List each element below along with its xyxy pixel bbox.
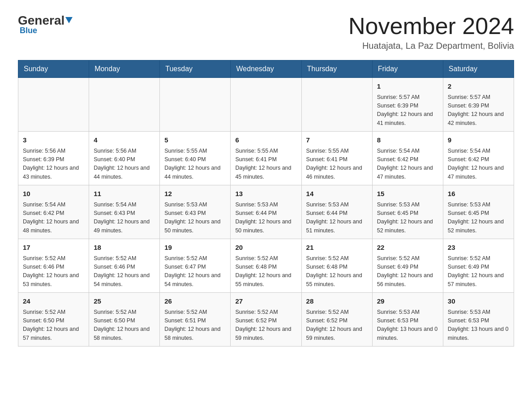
day-number: 12 [164, 189, 226, 199]
day-number: 1 [377, 81, 438, 92]
calendar-cell [231, 78, 301, 132]
calendar-header-monday: Monday [89, 60, 160, 78]
calendar-cell [301, 78, 372, 132]
day-info: Sunrise: 5:52 AM Sunset: 6:46 PM Dayligh… [23, 254, 84, 289]
calendar-cell: 19Sunrise: 5:52 AM Sunset: 6:47 PM Dayli… [160, 239, 231, 293]
calendar-cell: 10Sunrise: 5:54 AM Sunset: 6:42 PM Dayli… [18, 185, 89, 239]
calendar-cell: 1Sunrise: 5:57 AM Sunset: 6:39 PM Daylig… [372, 78, 443, 132]
day-number: 27 [235, 296, 296, 307]
calendar-header-friday: Friday [372, 60, 443, 78]
calendar-cell: 22Sunrise: 5:52 AM Sunset: 6:49 PM Dayli… [372, 239, 443, 293]
day-number: 7 [306, 135, 368, 146]
calendar-table: SundayMondayTuesdayWednesdayThursdayFrid… [18, 60, 514, 347]
day-info: Sunrise: 5:55 AM Sunset: 6:40 PM Dayligh… [164, 147, 226, 182]
calendar-cell: 27Sunrise: 5:52 AM Sunset: 6:52 PM Dayli… [231, 293, 301, 347]
calendar-cell: 20Sunrise: 5:52 AM Sunset: 6:48 PM Dayli… [231, 239, 301, 293]
day-info: Sunrise: 5:56 AM Sunset: 6:39 PM Dayligh… [23, 147, 84, 182]
day-info: Sunrise: 5:52 AM Sunset: 6:49 PM Dayligh… [377, 254, 438, 289]
calendar-cell: 23Sunrise: 5:52 AM Sunset: 6:49 PM Dayli… [443, 239, 514, 293]
day-number: 9 [448, 135, 509, 146]
day-info: Sunrise: 5:52 AM Sunset: 6:51 PM Dayligh… [164, 308, 226, 343]
calendar-cell: 28Sunrise: 5:52 AM Sunset: 6:52 PM Dayli… [301, 293, 372, 347]
calendar-cell: 17Sunrise: 5:52 AM Sunset: 6:46 PM Dayli… [18, 239, 89, 293]
day-number: 21 [306, 243, 368, 253]
day-number: 23 [448, 243, 509, 253]
calendar-cell [18, 78, 89, 132]
calendar-header-saturday: Saturday [443, 60, 514, 78]
day-number: 28 [306, 296, 368, 307]
day-number: 25 [94, 296, 155, 307]
calendar-week-row: 1Sunrise: 5:57 AM Sunset: 6:39 PM Daylig… [18, 78, 514, 132]
calendar-cell: 3Sunrise: 5:56 AM Sunset: 6:39 PM Daylig… [18, 132, 89, 185]
calendar-cell: 14Sunrise: 5:53 AM Sunset: 6:44 PM Dayli… [301, 185, 372, 239]
calendar-week-row: 24Sunrise: 5:52 AM Sunset: 6:50 PM Dayli… [18, 293, 514, 347]
day-number: 30 [448, 296, 509, 307]
day-info: Sunrise: 5:53 AM Sunset: 6:45 PM Dayligh… [377, 201, 438, 235]
day-number: 11 [94, 189, 155, 199]
calendar-cell: 15Sunrise: 5:53 AM Sunset: 6:45 PM Dayli… [372, 185, 443, 239]
day-number: 5 [164, 135, 226, 146]
day-info: Sunrise: 5:52 AM Sunset: 6:48 PM Dayligh… [306, 254, 368, 289]
day-number: 26 [164, 296, 226, 307]
day-info: Sunrise: 5:54 AM Sunset: 6:42 PM Dayligh… [23, 201, 84, 235]
calendar-header-wednesday: Wednesday [231, 60, 301, 78]
day-info: Sunrise: 5:55 AM Sunset: 6:41 PM Dayligh… [235, 147, 296, 182]
day-number: 19 [164, 243, 226, 253]
logo-subtitle: Blue [18, 26, 37, 35]
calendar-header-thursday: Thursday [301, 60, 372, 78]
day-info: Sunrise: 5:53 AM Sunset: 6:53 PM Dayligh… [377, 308, 438, 343]
logo-triangle-icon [65, 17, 73, 24]
calendar-cell: 25Sunrise: 5:52 AM Sunset: 6:50 PM Dayli… [89, 293, 160, 347]
day-number: 16 [448, 189, 509, 199]
header-area: General Blue November 2024 Huatajata, La… [18, 13, 514, 51]
calendar-header-row: SundayMondayTuesdayWednesdayThursdayFrid… [18, 60, 514, 78]
day-info: Sunrise: 5:57 AM Sunset: 6:39 PM Dayligh… [377, 93, 438, 128]
page-title: November 2024 [348, 13, 514, 39]
day-info: Sunrise: 5:52 AM Sunset: 6:48 PM Dayligh… [235, 254, 296, 289]
day-info: Sunrise: 5:56 AM Sunset: 6:40 PM Dayligh… [94, 147, 155, 182]
day-number: 18 [94, 243, 155, 253]
day-info: Sunrise: 5:53 AM Sunset: 6:45 PM Dayligh… [448, 201, 509, 235]
title-area: November 2024 Huatajata, La Paz Departme… [348, 13, 514, 51]
calendar-cell: 26Sunrise: 5:52 AM Sunset: 6:51 PM Dayli… [160, 293, 231, 347]
calendar-header-tuesday: Tuesday [160, 60, 231, 78]
calendar-cell: 7Sunrise: 5:55 AM Sunset: 6:41 PM Daylig… [301, 132, 372, 185]
calendar-cell: 9Sunrise: 5:54 AM Sunset: 6:42 PM Daylig… [443, 132, 514, 185]
day-number: 8 [377, 135, 438, 146]
calendar-cell: 11Sunrise: 5:54 AM Sunset: 6:43 PM Dayli… [89, 185, 160, 239]
calendar-cell: 6Sunrise: 5:55 AM Sunset: 6:41 PM Daylig… [231, 132, 301, 185]
day-number: 17 [23, 243, 84, 253]
day-info: Sunrise: 5:53 AM Sunset: 6:43 PM Dayligh… [164, 201, 226, 235]
day-info: Sunrise: 5:53 AM Sunset: 6:44 PM Dayligh… [235, 201, 296, 235]
day-number: 20 [235, 243, 296, 253]
calendar-header-sunday: Sunday [18, 60, 89, 78]
day-number: 3 [23, 135, 84, 146]
calendar-cell: 12Sunrise: 5:53 AM Sunset: 6:43 PM Dayli… [160, 185, 231, 239]
location-subtitle: Huatajata, La Paz Department, Bolivia [348, 41, 514, 51]
day-number: 2 [448, 81, 509, 92]
day-info: Sunrise: 5:54 AM Sunset: 6:42 PM Dayligh… [448, 147, 509, 182]
calendar-cell: 21Sunrise: 5:52 AM Sunset: 6:48 PM Dayli… [301, 239, 372, 293]
day-number: 4 [94, 135, 155, 146]
calendar-cell: 18Sunrise: 5:52 AM Sunset: 6:46 PM Dayli… [89, 239, 160, 293]
day-info: Sunrise: 5:55 AM Sunset: 6:41 PM Dayligh… [306, 147, 368, 182]
day-info: Sunrise: 5:52 AM Sunset: 6:50 PM Dayligh… [23, 308, 84, 343]
calendar-cell: 4Sunrise: 5:56 AM Sunset: 6:40 PM Daylig… [89, 132, 160, 185]
day-number: 10 [23, 189, 84, 199]
calendar-cell: 2Sunrise: 5:57 AM Sunset: 6:39 PM Daylig… [443, 78, 514, 132]
calendar-cell: 30Sunrise: 5:53 AM Sunset: 6:53 PM Dayli… [443, 293, 514, 347]
day-info: Sunrise: 5:53 AM Sunset: 6:53 PM Dayligh… [448, 308, 509, 343]
day-number: 14 [306, 189, 368, 199]
day-info: Sunrise: 5:52 AM Sunset: 6:47 PM Dayligh… [164, 254, 226, 289]
day-info: Sunrise: 5:52 AM Sunset: 6:52 PM Dayligh… [306, 308, 368, 343]
day-info: Sunrise: 5:52 AM Sunset: 6:50 PM Dayligh… [94, 308, 155, 343]
calendar-cell [89, 78, 160, 132]
day-info: Sunrise: 5:54 AM Sunset: 6:43 PM Dayligh… [94, 201, 155, 235]
calendar-cell: 8Sunrise: 5:54 AM Sunset: 6:42 PM Daylig… [372, 132, 443, 185]
day-info: Sunrise: 5:52 AM Sunset: 6:46 PM Dayligh… [94, 254, 155, 289]
day-info: Sunrise: 5:53 AM Sunset: 6:44 PM Dayligh… [306, 201, 368, 235]
day-number: 6 [235, 135, 296, 146]
day-info: Sunrise: 5:57 AM Sunset: 6:39 PM Dayligh… [448, 93, 509, 128]
svg-marker-0 [65, 17, 73, 23]
calendar-week-row: 17Sunrise: 5:52 AM Sunset: 6:46 PM Dayli… [18, 239, 514, 293]
